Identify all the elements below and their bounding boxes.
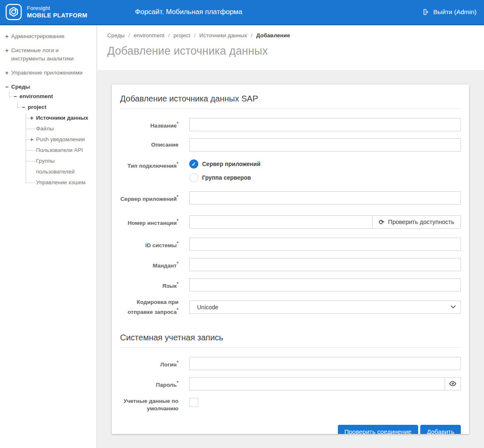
encoding-select[interactable]: Unicode	[189, 301, 461, 314]
language-input[interactable]	[189, 278, 461, 291]
mandant-label: Мандант*	[120, 260, 178, 270]
logout-button[interactable]: Выйти (Admin)	[422, 8, 477, 16]
tree-row[interactable]: − Среды	[4, 83, 94, 91]
description-input[interactable]	[189, 138, 461, 152]
language-label-text: Язык	[162, 283, 177, 289]
tree-row[interactable]: Пользователи API	[29, 145, 94, 156]
sidebar-item-app-management[interactable]: + Управление приложениями	[1, 69, 94, 77]
form-row-app-server: Сервер приложений*	[120, 191, 461, 205]
sidebar-item-label: Управление кэшем	[36, 177, 94, 188]
logo-product-name: MOBILE PLATFORM	[27, 12, 87, 19]
sidebar-item-administration[interactable]: + Администрирование	[1, 32, 94, 41]
system-id-input[interactable]	[189, 238, 461, 251]
mandant-label-text: Мандант	[153, 263, 177, 269]
tree-row[interactable]: − environment	[12, 91, 94, 102]
collapse-icon[interactable]: −	[21, 102, 26, 113]
form-row-encoding: Кодировка при отправке запроса* Unicode	[120, 299, 461, 316]
form-row-language: Язык*	[120, 278, 461, 291]
password-input[interactable]	[189, 377, 445, 390]
tree-children: + Источники данных Файлы	[21, 113, 94, 188]
breadcrumb-environments[interactable]: Среды	[107, 32, 125, 39]
system-id-label-text: ID системы	[145, 242, 177, 248]
show-password-button[interactable]	[445, 377, 461, 390]
connection-type-label: Тип подключения*	[120, 159, 178, 170]
default-credentials-label: Учетные данные по умолчанию	[120, 397, 178, 412]
sidebar-item-user-groups[interactable]: Группы пользователей	[26, 156, 94, 177]
app-server-input[interactable]	[189, 191, 461, 205]
tree-row[interactable]: + Администрирование	[4, 32, 94, 41]
breadcrumb-separator: /	[168, 32, 170, 39]
app-title: Форсайт. Мобильная платформа	[135, 0, 242, 24]
name-input[interactable]	[189, 118, 461, 131]
tree-row[interactable]: + Источники данных	[29, 113, 94, 123]
expand-icon[interactable]: +	[4, 69, 10, 77]
form-actions: Проверить соединение Добавить	[120, 425, 461, 434]
login-input[interactable]	[189, 357, 461, 370]
required-mark: *	[177, 261, 178, 266]
description-label-text: Описание	[151, 142, 178, 148]
sidebar-item-push-notifications[interactable]: + Push уведомления	[26, 134, 94, 145]
breadcrumb-separator: /	[194, 32, 195, 39]
expand-icon[interactable]: +	[29, 113, 34, 123]
tree-row[interactable]: Группы пользователей	[29, 156, 94, 177]
breadcrumb-environment[interactable]: environment	[134, 32, 164, 39]
sidebar-item-system-logs[interactable]: + Системные логи и инструменты аналитики	[1, 46, 94, 63]
expand-icon[interactable]: +	[4, 32, 10, 41]
sidebar-item-label: project	[28, 102, 94, 113]
tree-row[interactable]: − project	[21, 102, 94, 113]
add-button[interactable]: Добавить	[420, 425, 461, 434]
tree-row[interactable]: Файлы	[29, 123, 94, 134]
sidebar-item-environments[interactable]: − Среды − environment − project	[1, 83, 94, 188]
tree-row[interactable]: + Системные логи и инструменты аналитики	[4, 46, 94, 63]
form-section-title-account: Системная учетная запись	[120, 329, 461, 348]
form-section-title-sap: Добавление источника данных SAP	[120, 90, 461, 109]
connection-type-label-text: Тип подключения	[128, 163, 177, 169]
sidebar-item-label: Системные логи и инструменты аналитики	[11, 46, 94, 63]
form-row-login: Логин*	[120, 357, 461, 370]
tree-row[interactable]: + Push уведомления	[29, 134, 94, 145]
app-header: Foresight MOBILE PLATFORM Форсайт. Мобил…	[0, 0, 484, 25]
required-mark: *	[177, 218, 178, 223]
form-row-description: Описание	[120, 138, 461, 152]
breadcrumb-project[interactable]: project	[173, 32, 190, 39]
instance-number-input[interactable]	[189, 215, 373, 229]
collapse-icon[interactable]: −	[12, 91, 18, 102]
sidebar-item-label: Среды	[11, 83, 94, 91]
tree-children: − environment − project	[4, 91, 94, 188]
breadcrumb-data-sources[interactable]: Источники данных	[199, 32, 247, 39]
system-id-label: ID системы*	[120, 239, 178, 249]
form-row-instance-number: Номер инстанции* ⟳ Проверить доступность	[120, 215, 461, 229]
tree-row[interactable]: + Управление приложениями	[4, 69, 94, 77]
radio-unselected-icon[interactable]	[189, 173, 198, 182]
expand-icon[interactable]: +	[4, 46, 10, 55]
breadcrumb-separator: /	[128, 32, 130, 39]
app-logo[interactable]: Foresight MOBILE PLATFORM	[5, 3, 87, 21]
check-availability-button[interactable]: ⟳ Проверить доступность	[372, 215, 461, 229]
required-mark: *	[177, 281, 178, 286]
sidebar-item-project[interactable]: − project + Источники данных	[17, 102, 94, 188]
sidebar-item-data-sources[interactable]: + Источники данных	[26, 113, 94, 123]
expand-icon[interactable]: +	[29, 134, 34, 145]
sidebar-item-files[interactable]: Файлы	[26, 123, 94, 134]
instance-number-label: Номер инстанции*	[120, 217, 178, 227]
test-connection-button[interactable]: Проверить соединение	[338, 425, 418, 434]
collapse-icon[interactable]: −	[4, 83, 10, 91]
encoding-label-text: Кодировка при отправке запроса	[128, 299, 178, 315]
required-mark: *	[177, 161, 178, 166]
sidebar-item-label: Пользователи API	[36, 145, 94, 156]
sidebar-item-environment[interactable]: − environment − project	[9, 91, 94, 188]
radio-selected-icon[interactable]: ✓	[189, 159, 198, 169]
sidebar-item-label: Управление приложениями	[11, 69, 94, 77]
radio-server-group[interactable]: Группа серверов	[189, 173, 260, 182]
tree-row[interactable]: Управление кэшем	[29, 177, 94, 188]
radio-app-server[interactable]: ✓ Сервер приложений	[189, 159, 260, 169]
mandant-input[interactable]	[189, 258, 461, 271]
sidebar-item-cache-management[interactable]: Управление кэшем	[26, 177, 94, 188]
breadcrumb-current: Добавление	[256, 32, 290, 39]
form-row-mandant: Мандант*	[120, 258, 461, 271]
breadcrumb: Среды / environment / project / Источник…	[107, 32, 484, 39]
app-server-label-text: Сервер приложений	[120, 196, 177, 202]
sidebar-tree: + Администрирование + Системные логи и и…	[1, 32, 94, 188]
sidebar-item-api-users[interactable]: Пользователи API	[26, 145, 94, 156]
default-credentials-checkbox[interactable]	[189, 398, 198, 407]
